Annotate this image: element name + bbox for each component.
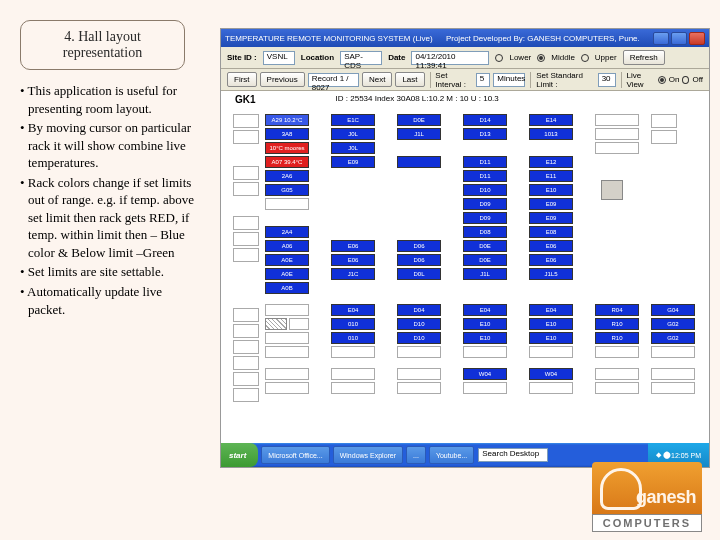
rack[interactable]: D10: [397, 318, 441, 330]
search-desktop[interactable]: Search Desktop: [478, 448, 548, 462]
rack[interactable]: E04: [529, 304, 573, 316]
middle-radio[interactable]: [537, 54, 545, 62]
rack[interactable]: 10°C moores: [265, 142, 309, 154]
rack[interactable]: R04: [595, 304, 639, 316]
rack[interactable]: E06: [331, 254, 375, 266]
location-input[interactable]: SAP-CDS: [340, 51, 382, 65]
on-radio[interactable]: [658, 76, 666, 84]
last-button[interactable]: Last: [395, 72, 424, 87]
site-input[interactable]: VSNL: [263, 51, 295, 65]
rack[interactable]: E04: [331, 304, 375, 316]
rack[interactable]: D06: [397, 254, 441, 266]
rack[interactable]: G02: [651, 318, 695, 330]
rack[interactable]: E08: [529, 226, 573, 238]
taskbar-item[interactable]: Microsoft Office...: [261, 446, 329, 464]
setinterval-unit[interactable]: Minutes: [493, 73, 525, 87]
empty-rack: [529, 346, 573, 358]
rack[interactable]: R10: [595, 332, 639, 344]
rack[interactable]: E12: [529, 156, 573, 168]
rack[interactable]: E1C: [331, 114, 375, 126]
rack[interactable]: D08: [463, 226, 507, 238]
rack[interactable]: D10: [397, 332, 441, 344]
rack[interactable]: A29 10.2°C: [265, 114, 309, 126]
rack[interactable]: A07 39.4°C: [265, 156, 309, 168]
off-radio[interactable]: [682, 76, 689, 84]
date-label: Date: [388, 53, 405, 62]
rack[interactable]: J1L: [397, 128, 441, 140]
rack[interactable]: E06: [529, 240, 573, 252]
next-button[interactable]: Next: [362, 72, 392, 87]
rack[interactable]: A0E: [265, 268, 309, 280]
rack[interactable]: D10: [463, 184, 507, 196]
maximize-icon[interactable]: [671, 32, 687, 45]
rack[interactable]: E10: [529, 332, 573, 344]
rack[interactable]: E09: [529, 198, 573, 210]
empty-rack: [595, 382, 639, 394]
setinterval-input[interactable]: 5: [476, 73, 491, 87]
rack[interactable]: J1C: [331, 268, 375, 280]
rack[interactable]: 2A6: [265, 170, 309, 182]
rack[interactable]: G02: [651, 332, 695, 344]
toolbar-filters: Site ID : VSNL Location SAP-CDS Date 04/…: [221, 47, 709, 69]
tray-icon: ◆ ⬤: [656, 451, 671, 459]
rack[interactable]: E04: [463, 304, 507, 316]
rack[interactable]: [397, 156, 441, 168]
rack[interactable]: 3A8: [265, 128, 309, 140]
taskbar-item[interactable]: ...: [406, 446, 426, 464]
start-button[interactable]: start: [221, 443, 258, 467]
rack[interactable]: D09: [463, 198, 507, 210]
rack[interactable]: E10: [463, 332, 507, 344]
bullet-item: Set limits are site settable.: [20, 263, 195, 281]
rack[interactable]: J0L: [331, 128, 375, 140]
rack[interactable]: D11: [463, 170, 507, 182]
rack[interactable]: J1L5: [529, 268, 573, 280]
rack[interactable]: G05: [265, 184, 309, 196]
rack[interactable]: A0B: [265, 282, 309, 294]
upper-radio[interactable]: [581, 54, 589, 62]
taskbar-item[interactable]: Windows Explorer: [333, 446, 403, 464]
rack[interactable]: D0E: [463, 240, 507, 252]
rack[interactable]: E10: [529, 318, 573, 330]
rack[interactable]: 1013: [529, 128, 573, 140]
empty-rack: [233, 248, 259, 262]
rack[interactable]: D0L: [397, 268, 441, 280]
rack[interactable]: D06: [397, 240, 441, 252]
rack[interactable]: D14: [463, 114, 507, 126]
first-button[interactable]: First: [227, 72, 257, 87]
prev-button[interactable]: Previous: [260, 72, 305, 87]
rack[interactable]: J0L: [331, 142, 375, 154]
rack[interactable]: E06: [529, 254, 573, 266]
rack[interactable]: E09: [331, 156, 375, 168]
rack[interactable]: D09: [463, 212, 507, 224]
rack[interactable]: D04: [397, 304, 441, 316]
rack[interactable]: D11: [463, 156, 507, 168]
rack[interactable]: D13: [463, 128, 507, 140]
lower-radio[interactable]: [495, 54, 503, 62]
rack[interactable]: R10: [595, 318, 639, 330]
rack[interactable]: 010: [331, 332, 375, 344]
rack[interactable]: E10: [529, 184, 573, 196]
rack[interactable]: J1L: [463, 268, 507, 280]
rack[interactable]: W04: [529, 368, 573, 380]
rack[interactable]: E14: [529, 114, 573, 126]
rack[interactable]: W04: [463, 368, 507, 380]
rack[interactable]: E09: [529, 212, 573, 224]
rack[interactable]: A06: [265, 240, 309, 252]
close-icon[interactable]: [689, 32, 705, 45]
rack[interactable]: E06: [331, 240, 375, 252]
rack[interactable]: G04: [651, 304, 695, 316]
minimize-icon[interactable]: [653, 32, 669, 45]
rack[interactable]: D0E: [397, 114, 441, 126]
rack[interactable]: A0E: [265, 254, 309, 266]
slide-title-box: 4. Hall layout representation: [20, 20, 185, 70]
rack[interactable]: 010: [331, 318, 375, 330]
rack[interactable]: 2A4: [265, 226, 309, 238]
stdlimit-input[interactable]: 30: [598, 73, 616, 87]
empty-rack: [397, 368, 441, 380]
date-input[interactable]: 04/12/2010 11:39:41: [411, 51, 489, 65]
rack[interactable]: E11: [529, 170, 573, 182]
taskbar-item[interactable]: Youtube...: [429, 446, 474, 464]
rack[interactable]: E10: [463, 318, 507, 330]
refresh-button[interactable]: Refresh: [623, 50, 665, 65]
rack[interactable]: D0E: [463, 254, 507, 266]
